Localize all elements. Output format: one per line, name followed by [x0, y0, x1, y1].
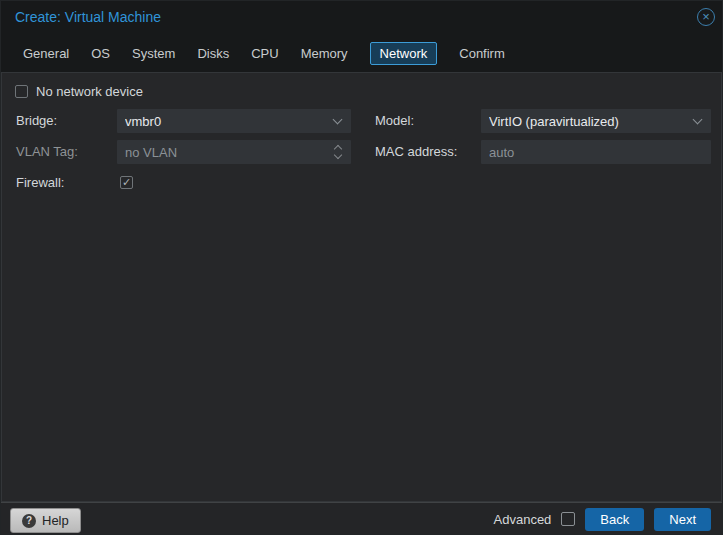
bridge-label: Bridge:: [16, 109, 57, 133]
tab-os[interactable]: OS: [91, 46, 110, 61]
model-combobox[interactable]: [481, 109, 711, 133]
vlan-tag-label: VLAN Tag:: [16, 140, 78, 164]
model-input[interactable]: [481, 109, 711, 133]
no-network-device-checkbox[interactable]: [15, 85, 28, 98]
dialog-footer: ? Help Advanced Back Next: [1, 502, 722, 534]
wizard-tabstrip: General OS System Disks CPU Memory Netwo…: [1, 35, 722, 71]
tab-memory[interactable]: Memory: [301, 46, 348, 61]
dialog-titlebar: Create: Virtual Machine ×: [1, 1, 722, 34]
mac-address-field[interactable]: [481, 140, 711, 164]
tab-cpu[interactable]: CPU: [251, 46, 278, 61]
tab-confirm[interactable]: Confirm: [459, 46, 505, 61]
tab-network[interactable]: Network: [370, 42, 438, 65]
advanced-checkbox[interactable]: [561, 512, 575, 526]
back-button[interactable]: Back: [585, 508, 644, 531]
help-icon: ?: [22, 514, 36, 528]
model-label: Model:: [375, 109, 414, 133]
tab-system[interactable]: System: [132, 46, 175, 61]
bridge-input[interactable]: [117, 109, 351, 133]
close-icon[interactable]: ×: [697, 8, 715, 26]
footer-actions: Advanced Back Next: [494, 503, 711, 535]
tab-disks[interactable]: Disks: [197, 46, 229, 61]
vlan-tag-input[interactable]: [117, 140, 351, 164]
bridge-combobox[interactable]: [117, 109, 351, 133]
advanced-label: Advanced: [494, 512, 552, 527]
create-vm-dialog: Create: Virtual Machine × General OS Sys…: [0, 0, 723, 535]
tab-general[interactable]: General: [23, 46, 69, 61]
help-button[interactable]: ? Help: [10, 508, 81, 533]
mac-address-input[interactable]: [481, 140, 711, 164]
vlan-tag-spinner[interactable]: [117, 140, 351, 164]
network-form-panel: No network device Bridge: Model: VLAN Ta…: [1, 72, 722, 502]
help-button-label: Help: [42, 513, 69, 528]
firewall-label: Firewall:: [16, 171, 64, 195]
firewall-checkbox[interactable]: ✓: [120, 176, 133, 189]
mac-address-label: MAC address:: [375, 140, 457, 164]
no-network-device-label: No network device: [36, 80, 143, 104]
next-button[interactable]: Next: [654, 508, 711, 531]
dialog-title: Create: Virtual Machine: [15, 1, 161, 33]
